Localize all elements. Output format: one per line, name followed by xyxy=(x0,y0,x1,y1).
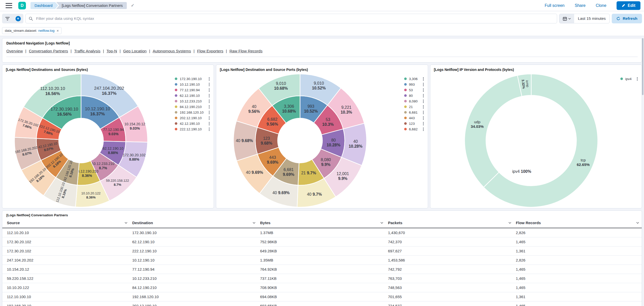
legend-actions-icon[interactable] xyxy=(208,82,210,87)
menu-hamburger-icon[interactable] xyxy=(6,3,12,8)
legend-actions-icon[interactable] xyxy=(422,127,425,132)
legend-actions-icon[interactable] xyxy=(422,76,425,81)
clone-button[interactable]: Clone xyxy=(596,3,606,8)
legend-item-192-168-120-10[interactable]: 192.168.120.10 xyxy=(175,110,210,115)
legend-actions-icon[interactable] xyxy=(636,76,638,81)
legend-actions-icon[interactable] xyxy=(208,127,210,132)
legend-item-123[interactable]: 123 xyxy=(404,121,425,126)
filter-menu-button[interactable] xyxy=(2,14,13,23)
legend-item-10-12-233-210[interactable]: 10.12.233.210 xyxy=(175,98,210,104)
legend-label[interactable]: 8,080 xyxy=(409,99,422,103)
legend-actions-icon[interactable] xyxy=(422,116,425,120)
legend-actions-icon[interactable] xyxy=(422,121,425,126)
column-header-bytes[interactable]: Bytes xyxy=(258,218,386,228)
sort-chevron-icon[interactable] xyxy=(636,222,639,224)
legend-actions-icon[interactable] xyxy=(422,110,425,115)
filter-pill-datastream[interactable]: data_stream.dataset: netflow.log × xyxy=(2,27,61,34)
column-header-packets[interactable]: Packets xyxy=(386,218,514,228)
legend-actions-icon[interactable] xyxy=(208,99,210,104)
legend-label[interactable]: 84.12.190.210 xyxy=(180,105,206,109)
legend-item-993[interactable]: 993 xyxy=(404,82,425,87)
legend-item-6-682[interactable]: 6,682 xyxy=(404,126,425,132)
legend-label[interactable]: 80 xyxy=(409,94,417,98)
table-panel-title[interactable]: [Logs Netflow] Conversation Partners xyxy=(2,212,72,218)
legend-label[interactable]: 123 xyxy=(409,122,419,126)
legend-label[interactable]: 222.12.190.10 xyxy=(180,127,206,131)
legend-item-8-080[interactable]: 8,080 xyxy=(404,98,425,104)
legend-item-84-12-190-210[interactable]: 84.12.190.210 xyxy=(175,104,210,110)
legend-label[interactable]: 6,682 xyxy=(409,127,422,131)
legend-label[interactable]: 202.12.190.10 xyxy=(180,116,206,120)
legend-actions-icon[interactable] xyxy=(422,93,425,98)
legend-label[interactable]: 10.12.190.10 xyxy=(180,83,204,86)
nav-link-flow-exporters[interactable]: Flow Exporters xyxy=(197,49,223,53)
legend-item-ipv4[interactable]: ipv4 xyxy=(620,76,638,82)
space-logo[interactable]: D xyxy=(18,2,26,9)
nav-link-top-n[interactable]: Top-N xyxy=(106,49,117,53)
legend-item-53[interactable]: 53 xyxy=(404,87,425,93)
legend-label[interactable]: 21 xyxy=(409,105,417,109)
legend-label[interactable]: 53 xyxy=(409,88,417,92)
legend-actions-icon[interactable] xyxy=(422,99,425,104)
sort-chevron-icon[interactable] xyxy=(253,222,256,224)
legend-actions-icon[interactable] xyxy=(208,76,210,81)
column-header-destination[interactable]: Destination xyxy=(130,218,258,228)
nav-link-traffic-analysis[interactable]: Traffic Analysis xyxy=(74,49,100,53)
legend-label[interactable]: ipv4 xyxy=(625,77,636,81)
kql-search-input[interactable] xyxy=(36,16,554,21)
legend-label[interactable]: 172.30.190.10 xyxy=(180,77,206,81)
legend-item-10-12-190-10[interactable]: 10.12.190.10 xyxy=(175,82,210,87)
legend-item-21[interactable]: 21 xyxy=(404,104,425,110)
legend-item-202-12-190-10[interactable]: 202.12.190.10 xyxy=(175,115,210,121)
legend-label[interactable]: 42.12.190.10 xyxy=(180,122,204,126)
legend-label[interactable]: 77.12.190.94 xyxy=(180,88,204,92)
legend-actions-icon[interactable] xyxy=(422,88,425,93)
share-button[interactable]: Share xyxy=(575,3,586,8)
nav-link-conversation-partners[interactable]: Conversation Partners xyxy=(29,49,68,53)
nav-link-geo-location[interactable]: Geo Location xyxy=(123,49,147,53)
check-icon[interactable]: ✓ xyxy=(131,3,134,8)
legend-label[interactable]: 6,681 xyxy=(409,111,422,114)
legend-item-222-12-190-10[interactable]: 222.12.190.10 xyxy=(175,126,210,132)
legend-label[interactable]: 62.12.190.10 xyxy=(180,94,204,98)
add-filter-button[interactable]: + xyxy=(13,14,23,23)
breadcrumb-dashboard[interactable]: Dashboard xyxy=(30,2,58,9)
legend-item-443[interactable]: 443 xyxy=(404,115,425,121)
nav-link-autonomous-systems[interactable]: Autonomous Systems xyxy=(153,49,191,53)
time-range-value[interactable]: Last 15 minutes xyxy=(574,14,609,23)
legend-actions-icon[interactable] xyxy=(208,116,210,120)
full-screen-button[interactable]: Full screen xyxy=(545,3,564,8)
legend-item-6-681[interactable]: 6,681 xyxy=(404,110,425,115)
legend-actions-icon[interactable] xyxy=(422,104,425,109)
legend-actions-icon[interactable] xyxy=(208,88,210,93)
legend-item-77-12-190-94[interactable]: 77.12.190.94 xyxy=(175,87,210,93)
sort-chevron-icon[interactable] xyxy=(124,222,128,224)
kql-search-bar[interactable] xyxy=(25,14,557,23)
legend-label[interactable]: 443 xyxy=(409,116,419,120)
column-header-source[interactable]: Source xyxy=(2,218,130,228)
nav-link-raw-flow-records[interactable]: Raw Flow Records xyxy=(229,49,262,53)
edit-button[interactable]: Edit xyxy=(617,1,640,10)
legend-label[interactable]: 10.12.233.210 xyxy=(180,99,206,103)
time-picker-quick-menu[interactable] xyxy=(559,14,574,23)
legend-label[interactable]: 192.168.120.10 xyxy=(180,111,208,114)
legend-label[interactable]: 3,306 xyxy=(409,77,422,81)
legend-item-3-306[interactable]: 3,306 xyxy=(404,76,425,82)
legend-actions-icon[interactable] xyxy=(208,110,210,115)
legend-item-62-12-190-10[interactable]: 62.12.190.10 xyxy=(175,93,210,98)
refresh-button[interactable]: Refresh xyxy=(612,14,642,23)
page-scrollbar-thumb[interactable] xyxy=(642,38,643,95)
legend-label[interactable]: 993 xyxy=(409,83,419,86)
breadcrumb-current-dashboard[interactable]: [Logs Netflow] Conversation Partners xyxy=(56,2,127,9)
legend-item-80[interactable]: 80 xyxy=(404,93,425,98)
legend-actions-icon[interactable] xyxy=(422,82,425,87)
close-icon[interactable]: × xyxy=(57,28,59,33)
sort-chevron-icon[interactable] xyxy=(508,222,511,224)
legend-item-42-12-190-10[interactable]: 42.12.190.10 xyxy=(175,121,210,126)
nav-link-overview[interactable]: Overview xyxy=(6,49,23,53)
legend-actions-icon[interactable] xyxy=(208,104,210,109)
legend-item-172-30-190-10[interactable]: 172.30.190.10 xyxy=(175,76,210,82)
sort-chevron-icon[interactable] xyxy=(380,222,383,224)
legend-actions-icon[interactable] xyxy=(208,121,210,126)
column-header-flow-records[interactable]: Flow Records xyxy=(514,218,642,228)
